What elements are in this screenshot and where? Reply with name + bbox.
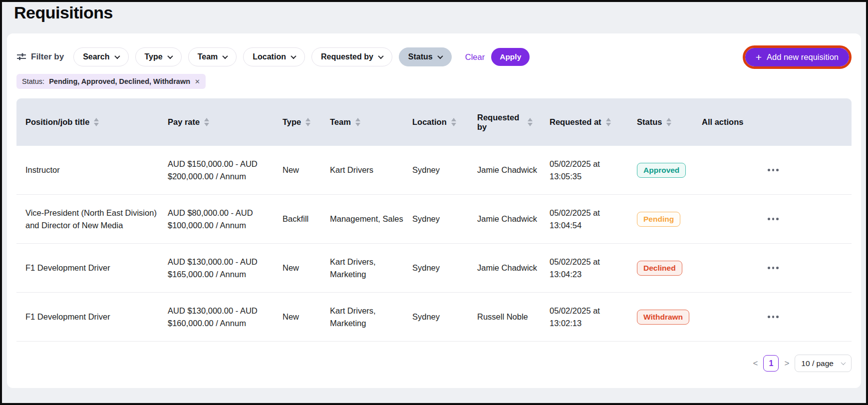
more-actions-icon[interactable] bbox=[765, 264, 782, 272]
col-header-requested-at[interactable]: Requested at bbox=[550, 117, 637, 127]
chip-value: Pending, Approved, Declined, Withdrawn bbox=[49, 77, 190, 85]
cell-pay-rate: AUD $150,000.00 - AUD $200,000.00 / Annu… bbox=[168, 158, 283, 183]
page-size-select[interactable]: 10 / page bbox=[795, 355, 852, 372]
cell-requested-by: Jamie Chadwick bbox=[477, 262, 550, 274]
sort-icon bbox=[305, 118, 310, 126]
cell-type: New bbox=[283, 311, 330, 323]
active-filters-row: Status: Pending, Approved, Declined, Wit… bbox=[16, 74, 852, 89]
cell-position: Vice-President (North East Division) and… bbox=[25, 207, 168, 232]
cell-position: F1 Development Driver bbox=[25, 311, 168, 323]
sliders-icon bbox=[16, 52, 26, 61]
filter-by-label: Filter by bbox=[16, 52, 64, 62]
pagination: < 1 > 10 / page bbox=[16, 355, 852, 372]
cell-type: Backfill bbox=[283, 213, 330, 225]
filter-toolbar: Filter by Search Type Team Location Requ… bbox=[16, 47, 852, 66]
filter-button-requested-by[interactable]: Requested by bbox=[311, 47, 392, 66]
cell-pay-rate: AUD $80,000.00 - AUD $100,000.00 / Annum bbox=[168, 207, 283, 232]
chevron-down-icon bbox=[114, 53, 120, 59]
table-header-row: Position/job title Pay rate Type Team Lo… bbox=[16, 98, 852, 146]
filter-button-team[interactable]: Team bbox=[188, 47, 237, 66]
col-header-location[interactable]: Location bbox=[412, 117, 477, 127]
sort-icon bbox=[451, 118, 456, 126]
plus-icon: + bbox=[756, 52, 762, 62]
col-header-status[interactable]: Status bbox=[637, 117, 702, 127]
filter-button-location[interactable]: Location bbox=[243, 47, 305, 66]
more-actions-icon[interactable] bbox=[765, 313, 782, 321]
next-page-button[interactable]: > bbox=[784, 359, 789, 369]
col-header-all-actions: All actions bbox=[702, 117, 852, 127]
col-header-requested-by[interactable]: Requested by bbox=[477, 113, 550, 132]
cell-team: Management, Sales bbox=[330, 213, 412, 225]
apply-filters-button[interactable]: Apply bbox=[491, 48, 530, 66]
previous-page-button[interactable]: < bbox=[753, 359, 758, 369]
table-row: Vice-President (North East Division) and… bbox=[16, 195, 852, 244]
sort-icon bbox=[606, 118, 611, 126]
status-badge: Declined bbox=[637, 261, 682, 276]
cell-location: Sydney bbox=[412, 311, 477, 323]
add-new-requisition-button[interactable]: + Add new requisition bbox=[745, 48, 849, 66]
more-actions-icon[interactable] bbox=[765, 215, 782, 223]
chevron-down-icon bbox=[223, 53, 228, 59]
chevron-down-icon bbox=[841, 360, 846, 365]
cell-location: Sydney bbox=[412, 164, 477, 176]
cell-team: Kart Drivers bbox=[330, 164, 412, 176]
col-header-pay-rate[interactable]: Pay rate bbox=[168, 117, 283, 127]
sort-icon bbox=[94, 118, 99, 126]
cell-position: Instructor bbox=[25, 164, 168, 176]
cell-requested-at: 05/02/2025 at 13:05:35 bbox=[550, 158, 637, 183]
sort-icon bbox=[666, 118, 671, 126]
chevron-down-icon bbox=[290, 53, 296, 59]
app-window: Requisitions Filter by Search Type bbox=[0, 0, 868, 405]
cell-team: Kart Drivers, Marketing bbox=[330, 256, 412, 281]
chevron-down-icon bbox=[437, 53, 443, 59]
col-header-position[interactable]: Position/job title bbox=[25, 117, 168, 127]
cell-position: F1 Development Driver bbox=[25, 262, 168, 274]
chevron-down-icon bbox=[378, 53, 383, 59]
filter-button-status[interactable]: Status bbox=[399, 47, 452, 66]
cell-pay-rate: AUD $130,000.00 - AUD $165,000.00 / Annu… bbox=[168, 256, 283, 281]
more-actions-icon[interactable] bbox=[765, 166, 782, 174]
status-filter-chip: Status: Pending, Approved, Declined, Wit… bbox=[16, 74, 206, 89]
cell-location: Sydney bbox=[412, 262, 477, 274]
cell-requested-by: Jamie Chadwick bbox=[477, 164, 550, 176]
cell-requested-at: 05/02/2025 at 13:04:54 bbox=[550, 207, 637, 232]
table-row: F1 Development Driver AUD $130,000.00 - … bbox=[16, 293, 852, 342]
table-row: Instructor AUD $150,000.00 - AUD $200,00… bbox=[16, 146, 852, 195]
filter-button-type[interactable]: Type bbox=[135, 47, 182, 66]
chevron-down-icon bbox=[167, 53, 173, 59]
status-badge: Withdrawn bbox=[637, 310, 689, 325]
cell-requested-at: 05/02/2025 at 13:02:13 bbox=[550, 305, 637, 330]
highlight-ring: + Add new requisition bbox=[743, 45, 852, 69]
col-header-team[interactable]: Team bbox=[330, 117, 412, 127]
requisitions-card: Filter by Search Type Team Location Requ… bbox=[7, 33, 861, 388]
sort-icon bbox=[204, 118, 209, 126]
current-page-button[interactable]: 1 bbox=[763, 355, 779, 372]
status-badge: Approved bbox=[637, 163, 686, 178]
sort-icon bbox=[355, 118, 360, 126]
requisitions-table: Position/job title Pay rate Type Team Lo… bbox=[16, 98, 852, 342]
cell-location: Sydney bbox=[412, 213, 477, 225]
chip-label: Status: bbox=[22, 77, 44, 85]
status-badge: Pending bbox=[637, 212, 680, 227]
col-header-type[interactable]: Type bbox=[283, 117, 330, 127]
cell-pay-rate: AUD $130,000.00 - AUD $160,000.00 / Annu… bbox=[168, 305, 283, 330]
sort-icon bbox=[528, 118, 533, 126]
page-title: Requisitions bbox=[14, 3, 113, 22]
cell-team: Kart Drivers, Marketing bbox=[330, 305, 412, 330]
cell-type: New bbox=[283, 262, 330, 274]
cell-requested-by: Russell Noble bbox=[477, 311, 550, 323]
table-row: F1 Development Driver AUD $130,000.00 - … bbox=[16, 244, 852, 293]
cell-type: New bbox=[283, 164, 330, 176]
cell-requested-by: Jamie Chadwick bbox=[477, 213, 550, 225]
filter-button-search[interactable]: Search bbox=[73, 47, 128, 66]
close-icon[interactable]: ✕ bbox=[195, 78, 200, 85]
cell-requested-at: 05/02/2025 at 13:04:23 bbox=[550, 256, 637, 281]
clear-filters-button[interactable]: Clear bbox=[465, 52, 485, 62]
